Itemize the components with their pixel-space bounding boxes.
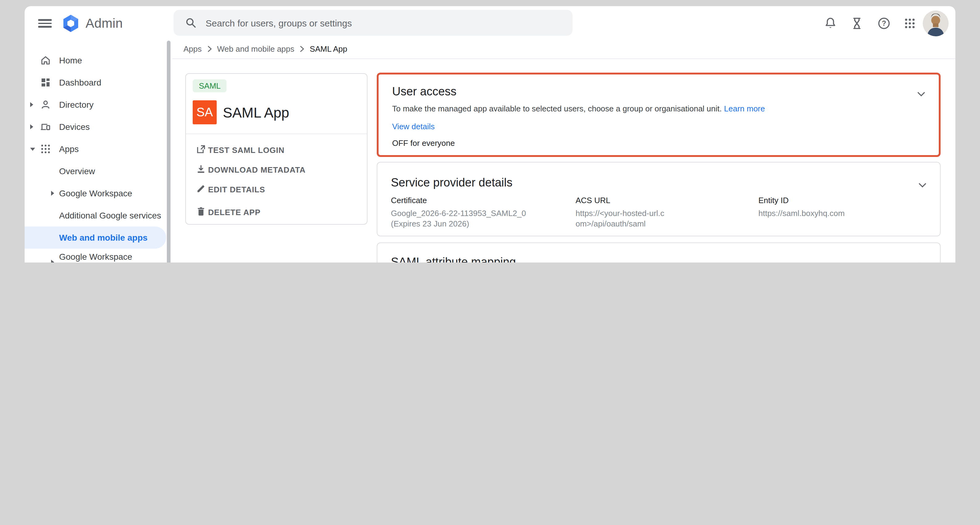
sidebar-item-devices[interactable]: Devices — [25, 116, 172, 138]
apps-grid-icon[interactable] — [902, 16, 917, 31]
brand: Admin — [62, 14, 123, 33]
expand-right-icon[interactable] — [30, 102, 33, 107]
help-icon[interactable]: ? — [877, 16, 891, 31]
search-input[interactable] — [204, 17, 539, 29]
product-name: Admin — [86, 16, 123, 31]
view-details-row: View details — [392, 121, 434, 132]
panel-title: Service provider details — [391, 175, 512, 190]
screen: Admin ? — [0, 0, 980, 262]
panel-title: User access — [392, 84, 457, 99]
notifications-bell-icon[interactable] — [823, 16, 838, 31]
google-admin-logo-icon — [62, 14, 80, 33]
test-saml-login-button[interactable]: TEST SAML LOGIN — [186, 143, 367, 157]
saml-badge: SAML — [192, 80, 227, 92]
person-icon — [40, 99, 51, 110]
saml-attribute-mapping-panel: SAML attribute mapping Map Google direct… — [377, 242, 940, 262]
delete-app-button[interactable]: DELETE APP — [186, 205, 367, 219]
hamburger-menu-icon[interactable] — [38, 17, 52, 28]
view-details-link[interactable]: View details — [392, 122, 434, 131]
acs-url-field: ACS URL https://<your-hosted-url.com>/ap… — [576, 195, 758, 229]
svg-text:?: ? — [882, 19, 886, 27]
sidebar-item-additional-google-services[interactable]: Additional Google services — [25, 204, 172, 226]
sidebar-nav: Home Dashboard Directory Devices Apps — [25, 49, 172, 262]
apps-grid-icon — [40, 143, 51, 154]
service-provider-details-panel: Service provider details Certificate Goo… — [377, 162, 940, 236]
header-divider — [172, 59, 955, 59]
sidebar-item-google-workspace-marketplace-apps[interactable]: Google Workspace Marketplace apps — [25, 249, 172, 262]
expand-right-icon[interactable] — [51, 191, 54, 196]
search-bar[interactable] — [173, 10, 573, 36]
chevron-down-icon[interactable] — [918, 258, 926, 262]
sidebar-item-google-workspace[interactable]: Google Workspace — [25, 182, 172, 204]
dashboard-icon — [40, 77, 51, 88]
breadcrumb-saml-app: SAML App — [310, 44, 347, 54]
app-avatar: SA — [192, 100, 217, 124]
sidebar-item-dashboard[interactable]: Dashboard — [25, 72, 172, 94]
devices-icon — [40, 121, 51, 132]
breadcrumb-apps[interactable]: Apps — [183, 44, 202, 54]
expand-right-icon[interactable] — [51, 260, 54, 262]
sidebar-item-apps[interactable]: Apps — [25, 138, 172, 160]
open-in-new-icon — [196, 144, 206, 157]
admin-console-window: Admin ? — [25, 6, 955, 262]
user-access-panel: User access To make the managed app avai… — [377, 73, 940, 157]
entity-id-field: Entity ID https://saml.boxyhq.com — [758, 195, 926, 229]
sidebar-item-overview[interactable]: Overview — [25, 160, 172, 182]
user-avatar[interactable] — [923, 11, 948, 36]
trash-icon — [196, 206, 206, 219]
learn-more-link[interactable]: Learn more — [724, 104, 765, 113]
app-name: SAML App — [223, 105, 290, 121]
sidebar-item-home[interactable]: Home — [25, 49, 172, 72]
collapse-down-icon[interactable] — [30, 148, 35, 151]
breadcrumb-web-and-mobile-apps[interactable]: Web and mobile apps — [217, 44, 294, 54]
chevron-right-icon — [207, 46, 212, 52]
breadcrumb: Apps Web and mobile apps SAML App — [183, 44, 347, 54]
pencil-icon — [196, 183, 206, 196]
download-icon — [196, 164, 206, 177]
download-metadata-button[interactable]: DOWNLOAD METADATA — [186, 163, 367, 177]
user-access-status: OFF for everyone — [392, 138, 455, 148]
sidebar-scrollbar[interactable] — [167, 41, 170, 262]
panel-description: To make the managed app available to sel… — [392, 103, 765, 115]
chevron-right-icon — [300, 46, 304, 52]
sidebar-item-directory[interactable]: Directory — [25, 94, 172, 116]
certificate-field: Certificate Google_2026-6-22-113953_SAML… — [391, 195, 576, 229]
saml-app-card: SAML SA SAML App TEST SAML LOGIN DOWNLOA… — [185, 73, 368, 225]
edit-details-button[interactable]: EDIT DETAILS — [186, 183, 367, 196]
expand-right-icon[interactable] — [30, 124, 33, 129]
tasks-hourglass-icon[interactable] — [850, 16, 864, 31]
chevron-down-icon[interactable] — [918, 179, 926, 190]
panel-title: SAML attribute mapping — [391, 255, 516, 262]
search-icon — [185, 17, 196, 28]
service-provider-fields: Certificate Google_2026-6-22-113953_SAML… — [391, 195, 926, 229]
card-divider — [186, 134, 367, 134]
home-icon — [40, 55, 51, 66]
sidebar-item-web-and-mobile-apps[interactable]: Web and mobile apps — [25, 226, 172, 249]
chevron-down-icon[interactable] — [917, 88, 925, 99]
